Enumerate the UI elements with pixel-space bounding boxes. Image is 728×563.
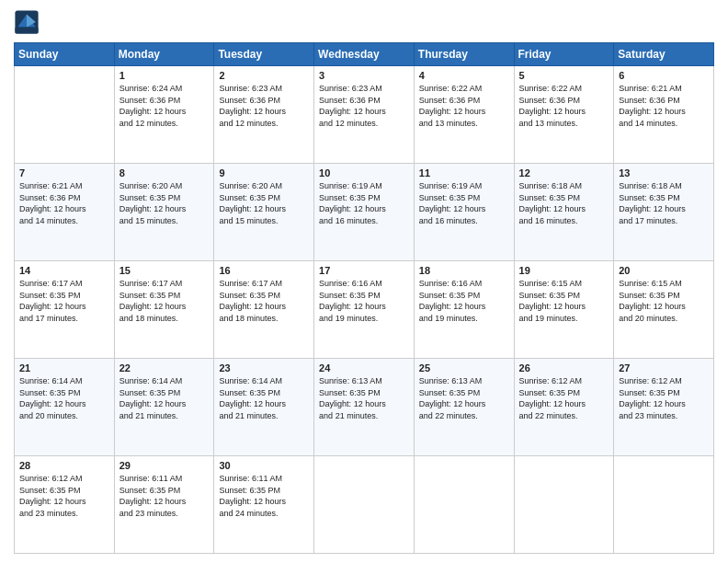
day-number: 7 xyxy=(19,167,109,178)
week-row-4: 28Sunrise: 6:12 AM Sunset: 6:35 PM Dayli… xyxy=(15,456,714,554)
day-cell: 11Sunrise: 6:19 AM Sunset: 6:35 PM Dayli… xyxy=(414,164,514,261)
day-number: 4 xyxy=(419,70,509,81)
day-cell: 25Sunrise: 6:13 AM Sunset: 6:35 PM Dayli… xyxy=(414,359,514,456)
week-row-1: 7Sunrise: 6:21 AM Sunset: 6:36 PM Daylig… xyxy=(15,164,714,261)
day-number: 26 xyxy=(519,362,609,373)
day-cell: 30Sunrise: 6:11 AM Sunset: 6:35 PM Dayli… xyxy=(214,456,314,554)
day-cell: 28Sunrise: 6:12 AM Sunset: 6:35 PM Dayli… xyxy=(15,456,115,554)
day-number: 28 xyxy=(19,460,109,471)
day-number: 20 xyxy=(619,265,709,276)
day-cell: 12Sunrise: 6:18 AM Sunset: 6:35 PM Dayli… xyxy=(514,164,614,261)
day-info: Sunrise: 6:21 AM Sunset: 6:36 PM Dayligh… xyxy=(19,180,109,226)
day-number: 29 xyxy=(119,460,210,471)
day-cell: 24Sunrise: 6:13 AM Sunset: 6:35 PM Dayli… xyxy=(314,359,415,456)
day-cell: 8Sunrise: 6:20 AM Sunset: 6:35 PM Daylig… xyxy=(114,164,214,261)
day-cell: 29Sunrise: 6:11 AM Sunset: 6:35 PM Dayli… xyxy=(114,456,214,554)
day-number: 2 xyxy=(219,70,309,81)
day-cell xyxy=(414,456,514,554)
day-number: 6 xyxy=(619,70,709,81)
day-cell: 19Sunrise: 6:15 AM Sunset: 6:35 PM Dayli… xyxy=(514,261,614,359)
day-number: 10 xyxy=(319,167,409,178)
day-info: Sunrise: 6:17 AM Sunset: 6:35 PM Dayligh… xyxy=(119,278,210,324)
day-info: Sunrise: 6:14 AM Sunset: 6:35 PM Dayligh… xyxy=(219,375,309,421)
day-info: Sunrise: 6:13 AM Sunset: 6:35 PM Dayligh… xyxy=(319,375,409,421)
logo xyxy=(14,9,43,35)
day-cell: 22Sunrise: 6:14 AM Sunset: 6:35 PM Dayli… xyxy=(114,359,214,456)
weekday-saturday: Saturday xyxy=(614,43,714,66)
day-info: Sunrise: 6:15 AM Sunset: 6:35 PM Dayligh… xyxy=(619,278,709,324)
day-cell: 14Sunrise: 6:17 AM Sunset: 6:35 PM Dayli… xyxy=(15,261,115,359)
logo-icon xyxy=(14,9,40,35)
day-cell: 6Sunrise: 6:21 AM Sunset: 6:36 PM Daylig… xyxy=(614,66,714,164)
day-cell: 27Sunrise: 6:12 AM Sunset: 6:35 PM Dayli… xyxy=(614,359,714,456)
day-info: Sunrise: 6:21 AM Sunset: 6:36 PM Dayligh… xyxy=(619,83,709,129)
day-info: Sunrise: 6:12 AM Sunset: 6:35 PM Dayligh… xyxy=(619,375,709,421)
day-cell xyxy=(614,456,714,554)
day-info: Sunrise: 6:16 AM Sunset: 6:35 PM Dayligh… xyxy=(419,278,509,324)
weekday-sunday: Sunday xyxy=(15,43,115,66)
day-number: 12 xyxy=(519,167,609,178)
day-number: 1 xyxy=(119,70,210,81)
day-info: Sunrise: 6:17 AM Sunset: 6:35 PM Dayligh… xyxy=(19,278,109,324)
day-info: Sunrise: 6:16 AM Sunset: 6:35 PM Dayligh… xyxy=(319,278,409,324)
weekday-thursday: Thursday xyxy=(414,43,514,66)
day-cell xyxy=(314,456,415,554)
day-cell: 9Sunrise: 6:20 AM Sunset: 6:35 PM Daylig… xyxy=(214,164,314,261)
day-number: 3 xyxy=(319,70,409,81)
day-number: 22 xyxy=(119,362,210,373)
day-cell: 20Sunrise: 6:15 AM Sunset: 6:35 PM Dayli… xyxy=(614,261,714,359)
day-number: 5 xyxy=(519,70,609,81)
day-info: Sunrise: 6:14 AM Sunset: 6:35 PM Dayligh… xyxy=(119,375,210,421)
day-info: Sunrise: 6:17 AM Sunset: 6:35 PM Dayligh… xyxy=(219,278,309,324)
day-info: Sunrise: 6:22 AM Sunset: 6:36 PM Dayligh… xyxy=(519,83,609,129)
day-number: 30 xyxy=(219,460,309,471)
weekday-tuesday: Tuesday xyxy=(214,43,314,66)
day-cell: 10Sunrise: 6:19 AM Sunset: 6:35 PM Dayli… xyxy=(314,164,415,261)
day-cell: 2Sunrise: 6:23 AM Sunset: 6:36 PM Daylig… xyxy=(214,66,314,164)
day-info: Sunrise: 6:18 AM Sunset: 6:35 PM Dayligh… xyxy=(619,180,709,226)
day-cell: 15Sunrise: 6:17 AM Sunset: 6:35 PM Dayli… xyxy=(114,261,214,359)
day-number: 14 xyxy=(19,265,109,276)
day-number: 13 xyxy=(619,167,709,178)
day-number: 8 xyxy=(119,167,210,178)
day-info: Sunrise: 6:18 AM Sunset: 6:35 PM Dayligh… xyxy=(519,180,609,226)
day-cell xyxy=(514,456,614,554)
day-cell: 1Sunrise: 6:24 AM Sunset: 6:36 PM Daylig… xyxy=(114,66,214,164)
svg-rect-3 xyxy=(15,28,38,34)
day-cell: 7Sunrise: 6:21 AM Sunset: 6:36 PM Daylig… xyxy=(15,164,115,261)
day-number: 19 xyxy=(519,265,609,276)
weekday-monday: Monday xyxy=(114,43,214,66)
day-info: Sunrise: 6:20 AM Sunset: 6:35 PM Dayligh… xyxy=(119,180,210,226)
day-cell: 17Sunrise: 6:16 AM Sunset: 6:35 PM Dayli… xyxy=(314,261,415,359)
week-row-3: 21Sunrise: 6:14 AM Sunset: 6:35 PM Dayli… xyxy=(15,359,714,456)
calendar: SundayMondayTuesdayWednesdayThursdayFrid… xyxy=(14,42,714,554)
day-info: Sunrise: 6:20 AM Sunset: 6:35 PM Dayligh… xyxy=(219,180,309,226)
header xyxy=(14,9,714,35)
day-number: 17 xyxy=(319,265,409,276)
day-number: 11 xyxy=(419,167,509,178)
day-info: Sunrise: 6:11 AM Sunset: 6:35 PM Dayligh… xyxy=(119,473,210,519)
day-number: 25 xyxy=(419,362,509,373)
day-info: Sunrise: 6:23 AM Sunset: 6:36 PM Dayligh… xyxy=(219,83,309,129)
day-cell: 23Sunrise: 6:14 AM Sunset: 6:35 PM Dayli… xyxy=(214,359,314,456)
day-info: Sunrise: 6:19 AM Sunset: 6:35 PM Dayligh… xyxy=(319,180,409,226)
day-cell: 18Sunrise: 6:16 AM Sunset: 6:35 PM Dayli… xyxy=(414,261,514,359)
weekday-wednesday: Wednesday xyxy=(314,43,415,66)
weekday-header: SundayMondayTuesdayWednesdayThursdayFrid… xyxy=(15,43,714,66)
day-cell: 21Sunrise: 6:14 AM Sunset: 6:35 PM Dayli… xyxy=(15,359,115,456)
week-row-2: 14Sunrise: 6:17 AM Sunset: 6:35 PM Dayli… xyxy=(15,261,714,359)
day-info: Sunrise: 6:15 AM Sunset: 6:35 PM Dayligh… xyxy=(519,278,609,324)
day-cell: 5Sunrise: 6:22 AM Sunset: 6:36 PM Daylig… xyxy=(514,66,614,164)
day-info: Sunrise: 6:22 AM Sunset: 6:36 PM Dayligh… xyxy=(419,83,509,129)
day-cell: 13Sunrise: 6:18 AM Sunset: 6:35 PM Dayli… xyxy=(614,164,714,261)
day-info: Sunrise: 6:24 AM Sunset: 6:36 PM Dayligh… xyxy=(119,83,210,129)
day-number: 24 xyxy=(319,362,409,373)
day-info: Sunrise: 6:23 AM Sunset: 6:36 PM Dayligh… xyxy=(319,83,409,129)
day-number: 16 xyxy=(219,265,309,276)
day-info: Sunrise: 6:12 AM Sunset: 6:35 PM Dayligh… xyxy=(519,375,609,421)
day-number: 15 xyxy=(119,265,210,276)
day-number: 23 xyxy=(219,362,309,373)
day-cell xyxy=(15,66,115,164)
day-number: 9 xyxy=(219,167,309,178)
day-cell: 26Sunrise: 6:12 AM Sunset: 6:35 PM Dayli… xyxy=(514,359,614,456)
